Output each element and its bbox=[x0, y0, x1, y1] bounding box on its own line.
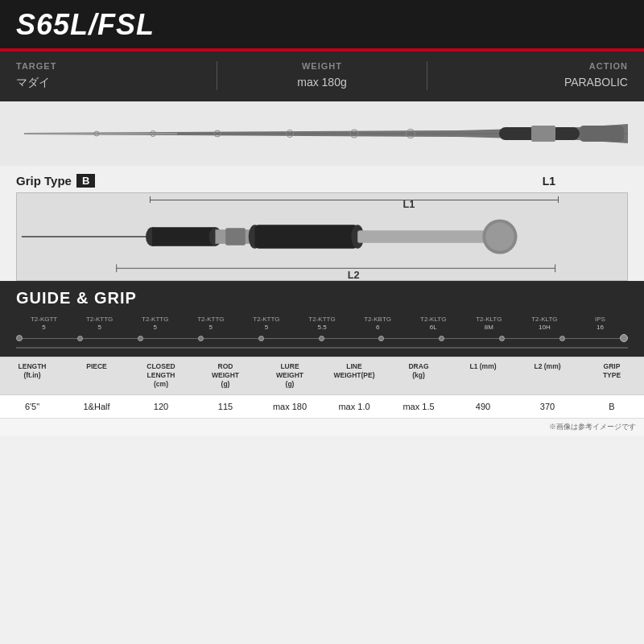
guide-dot-1 bbox=[77, 336, 83, 341]
svg-rect-11 bbox=[531, 126, 555, 142]
table-row: 6'5" 1&Half 120 115 max 180 max 1.0 max … bbox=[0, 395, 644, 419]
guide-size-7: 6L bbox=[406, 324, 461, 331]
guide-name-2: T2-KTTG bbox=[127, 316, 183, 324]
target-col: TARGET マダイ bbox=[16, 61, 208, 90]
cell-l1: 490 bbox=[451, 402, 515, 411]
action-label: ACTION bbox=[436, 61, 628, 71]
guide-dot-10 bbox=[620, 334, 628, 342]
guide-name-0: T2-KGTT bbox=[16, 316, 72, 324]
guide-title: GUIDE & GRIP bbox=[16, 289, 628, 308]
guide-line-3 bbox=[204, 338, 258, 339]
guide-item-3: T2-KTTG 5 bbox=[183, 316, 238, 331]
guide-size-5: 5.5 bbox=[294, 324, 349, 331]
guide-name-7: T2-KLTG bbox=[406, 316, 461, 324]
cell-length: 6'5" bbox=[0, 402, 64, 411]
guide-line-4 bbox=[264, 338, 319, 339]
col-l1: L1 (mm) bbox=[451, 362, 515, 389]
svg-rect-10 bbox=[580, 126, 624, 142]
action-value: PARABOLIC bbox=[436, 76, 628, 89]
guide-grip-section: GUIDE & GRIP T2-KGTT 5 T2-KTTG 5 T2-KTTG… bbox=[0, 281, 644, 357]
cell-grip-type: B bbox=[580, 402, 644, 411]
specs-table: LENGTH(ft.in) PIECE CLOSEDLENGTH(cm) ROD… bbox=[0, 357, 644, 418]
cell-l2: 370 bbox=[515, 402, 580, 411]
l1-label: L1 bbox=[543, 175, 555, 188]
guide-name-4: T2-KTTG bbox=[238, 316, 294, 324]
guide-line-1 bbox=[83, 338, 138, 339]
guide-size-8: 8M bbox=[461, 324, 517, 331]
cell-drag: max 1.5 bbox=[386, 402, 451, 411]
specs-section: TARGET マダイ WEIGHT max 180g ACTION PARABO… bbox=[0, 52, 644, 101]
col-l2: L2 (mm) bbox=[515, 362, 580, 389]
guide-name-8: T2-KLTG bbox=[461, 316, 517, 324]
divider-2 bbox=[427, 61, 427, 90]
guide-item-4: T2-KTTG 5 bbox=[238, 316, 294, 331]
guide-item-6: T2-KBTG 6 bbox=[350, 316, 406, 331]
guide-dot-6 bbox=[378, 336, 384, 341]
svg-rect-21 bbox=[357, 230, 500, 243]
grip-close-svg: L1 L2 bbox=[17, 193, 627, 280]
guide-item-8: T2-KLTG 8M bbox=[461, 316, 517, 331]
guide-item-2: T2-KTTG 5 bbox=[127, 316, 183, 331]
guide-dot-9 bbox=[559, 336, 565, 341]
guide-item-5: T2-KTTG 5.5 bbox=[294, 316, 349, 331]
rod-full-svg bbox=[8, 109, 636, 158]
guide-dot-4 bbox=[258, 336, 264, 341]
cell-lure-weight: max 180 bbox=[258, 402, 322, 411]
col-line-weight: LINEWEIGHT(PE) bbox=[322, 362, 386, 389]
guide-size-10: 16 bbox=[572, 324, 628, 331]
guide-item-7: T2-KLTG 6L bbox=[406, 316, 461, 331]
guide-line-5 bbox=[324, 338, 379, 339]
svg-rect-19 bbox=[255, 225, 358, 248]
guide-size-4: 5 bbox=[238, 324, 294, 331]
guide-size-1: 5 bbox=[72, 324, 127, 331]
svg-rect-14 bbox=[152, 227, 216, 246]
col-drag: DRAG(kg) bbox=[386, 362, 451, 389]
target-label: TARGET bbox=[16, 61, 208, 71]
l1-bracket-right bbox=[558, 196, 559, 203]
guide-dot-0 bbox=[16, 335, 23, 341]
col-rod-weight: RODWEIGHT(g) bbox=[193, 362, 258, 389]
grip-type-section: Grip Type B L1 bbox=[0, 166, 644, 281]
guide-divider bbox=[16, 347, 628, 349]
l1-bracket-left bbox=[150, 196, 151, 203]
cell-piece: 1&Half bbox=[64, 402, 129, 411]
page-title: S65L/FSL bbox=[16, 8, 155, 41]
guide-dot-8 bbox=[499, 336, 505, 341]
guide-name-5: T2-KTTG bbox=[294, 316, 349, 324]
col-lure-weight: LUREWEIGHT(g) bbox=[258, 362, 322, 389]
target-value: マダイ bbox=[16, 76, 208, 90]
header: S65L/FSL bbox=[0, 0, 644, 52]
svg-text:L2: L2 bbox=[348, 269, 360, 280]
guide-size-0: 5 bbox=[16, 324, 72, 331]
guide-item-9: T2-KLTG 10H bbox=[517, 316, 572, 331]
guide-line-9 bbox=[565, 338, 620, 339]
rod-full-section bbox=[0, 101, 644, 166]
guide-item-0: T2-KGTT 5 bbox=[16, 316, 72, 331]
footnote: ※画像は参考イメージです bbox=[0, 419, 644, 436]
guide-item-1: T2-KTTG 5 bbox=[72, 316, 127, 331]
svg-point-23 bbox=[485, 222, 514, 250]
guide-size-6: 6 bbox=[350, 324, 406, 331]
guide-line-0 bbox=[23, 338, 77, 339]
guide-line-8 bbox=[505, 338, 559, 339]
cell-closed: 120 bbox=[129, 402, 193, 411]
col-closed: CLOSEDLENGTH(cm) bbox=[129, 362, 193, 389]
table-header: LENGTH(ft.in) PIECE CLOSEDLENGTH(cm) ROD… bbox=[0, 357, 644, 394]
guide-item-10: IPS 16 bbox=[572, 316, 628, 331]
guide-size-3: 5 bbox=[183, 324, 238, 331]
cell-line-weight: max 1.0 bbox=[322, 402, 386, 411]
divider-1 bbox=[217, 61, 217, 90]
guide-name-9: T2-KLTG bbox=[517, 316, 572, 324]
guide-dot-2 bbox=[138, 336, 143, 341]
guide-name-6: T2-KBTG bbox=[350, 316, 406, 324]
guide-line-6 bbox=[384, 338, 439, 339]
footnote-text: ※画像は参考イメージです bbox=[549, 423, 636, 431]
guide-dots-row bbox=[16, 334, 628, 342]
svg-rect-17 bbox=[225, 228, 246, 246]
guide-name-3: T2-KTTG bbox=[183, 316, 238, 324]
action-col: ACTION PARABOLIC bbox=[436, 61, 628, 89]
guides-labels-row: T2-KGTT 5 T2-KTTG 5 T2-KTTG 5 T2-KTTG 5 … bbox=[16, 316, 628, 331]
guide-line-2 bbox=[143, 338, 198, 339]
guide-line-7 bbox=[444, 338, 499, 339]
guide-dot-7 bbox=[439, 336, 444, 341]
